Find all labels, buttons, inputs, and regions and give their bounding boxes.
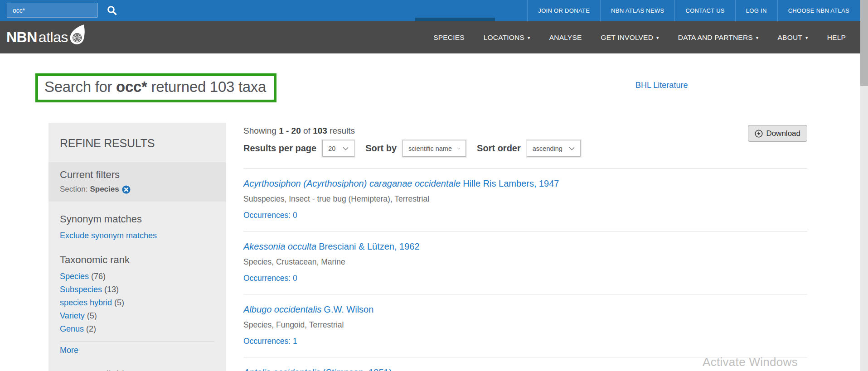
- author-citation: G.W. Wilson: [324, 304, 373, 314]
- activate-windows-watermark: Activate Windows: [703, 355, 798, 369]
- more-ranks-link[interactable]: More: [60, 346, 78, 355]
- showing-summary: Showing 1 - 20 of 103 results: [243, 126, 807, 136]
- menu-item-contact-us[interactable]: CONTACT US: [674, 0, 735, 21]
- author-citation: Bresciani & Lützen, 1962: [319, 241, 419, 251]
- sort-order-label: Sort order: [477, 143, 521, 154]
- top-utility-bar: JOIN OR DONATE NBN ATLAS NEWS CONTACT US…: [0, 0, 868, 21]
- sidebar-facets: Synonym matches Exclude synonym matches …: [48, 202, 226, 371]
- showing-total: 103: [313, 126, 327, 135]
- taxon-link[interactable]: Acyrthosiphon (Acyrthosiphon) caraganae …: [243, 178, 559, 189]
- logo-text-atlas: atlas: [39, 29, 68, 46]
- result-item: Acyrthosiphon (Acyrthosiphon) caraganae …: [243, 168, 807, 231]
- nav-active-indicator: [415, 18, 495, 21]
- rank-filter-subspecies: Subspecies (13): [60, 283, 214, 296]
- rank-count: (13): [102, 285, 119, 294]
- vertical-scrollbar[interactable]: [860, 0, 868, 371]
- download-button[interactable]: Download: [748, 125, 807, 142]
- menu-item-log-in[interactable]: LOG IN: [735, 0, 777, 21]
- nbn-atlas-search-page: JOIN OR DONATE NBN ATLAS NEWS CONTACT US…: [0, 0, 868, 371]
- rank-count: (2): [84, 324, 96, 333]
- rank-filter-genus: Genus (2): [60, 323, 214, 336]
- sort-by-select[interactable]: scientific name: [402, 140, 466, 157]
- chevron-down-icon: ▾: [805, 35, 808, 41]
- exclude-synonym-matches-link[interactable]: Exclude synonym matches: [60, 231, 157, 241]
- chevron-down-icon: [343, 147, 349, 150]
- filter-value: Species: [90, 185, 119, 194]
- rank-count: (5): [85, 311, 97, 320]
- remove-filter-icon[interactable]: [122, 185, 131, 194]
- nbn-atlas-logo[interactable]: NBNatlas: [6, 28, 87, 47]
- nav-item-species[interactable]: SPECIES: [424, 21, 474, 53]
- search-button[interactable]: [106, 5, 118, 17]
- result-item: Akessonia occultaBresciani & Lützen, 196…: [243, 231, 807, 294]
- scientific-name: Acyrthosiphon (Acyrthosiphon) caraganae …: [243, 178, 461, 188]
- results-per-page-select[interactable]: 20: [322, 140, 354, 157]
- nav-item-locations[interactable]: LOCATIONS▾: [474, 21, 540, 53]
- scientific-name: Albugo occidentalis: [243, 304, 321, 314]
- scientific-name: Antalis occidentalis: [243, 367, 320, 371]
- search-term: occ*: [116, 78, 147, 95]
- utility-menu: JOIN OR DONATE NBN ATLAS NEWS CONTACT US…: [527, 0, 860, 21]
- rank-count: (76): [89, 272, 106, 281]
- menu-item-join-or-donate[interactable]: JOIN OR DONATE: [527, 0, 600, 21]
- sidebar-title: REFINE RESULTS: [48, 123, 226, 162]
- menu-item-choose-nbn-atlas[interactable]: CHOOSE NBN ATLAS: [777, 0, 860, 21]
- primary-nav-bar: NBNatlas SPECIES LOCATIONS▾ ANALYSE GET …: [0, 21, 868, 53]
- nav-item-get-involved[interactable]: GET INVOLVED▾: [592, 21, 669, 53]
- sort-order-select[interactable]: ascending: [527, 140, 581, 157]
- results-main: Showing 1 - 20 of 103 results Results pe…: [243, 126, 807, 371]
- occurrences-link[interactable]: Occurrences: 1: [243, 337, 807, 346]
- chevron-down-icon: ▾: [528, 35, 530, 41]
- synonym-matches-heading: Synonym matches: [60, 213, 214, 225]
- leaf-spiral-icon: [68, 28, 87, 47]
- bhl-literature-link[interactable]: BHL Literature: [635, 81, 688, 90]
- nav-item-about[interactable]: ABOUT▾: [768, 21, 818, 53]
- primary-nav-items: SPECIES LOCATIONS▾ ANALYSE GET INVOLVED▾…: [424, 21, 855, 53]
- taxon-meta: Subspecies, Insect - true bug (Hemiptera…: [243, 194, 807, 204]
- taxon-meta: Species, Fungoid, Terrestrial: [243, 320, 807, 330]
- occurrences-link[interactable]: Occurrences: 0: [243, 211, 807, 220]
- search-icon: [107, 10, 117, 17]
- taxonomic-rank-list: Species (76) Subspecies (13) species hyb…: [60, 270, 214, 336]
- sort-by-label: Sort by: [365, 143, 397, 154]
- rank-filter-species: Species (76): [60, 270, 214, 283]
- author-citation: Hille Ris Lambers, 1947: [463, 178, 559, 188]
- author-citation: (Stimpson, 1851): [323, 367, 392, 371]
- search-input[interactable]: [7, 3, 98, 18]
- rank-count: (5): [112, 298, 124, 307]
- chevron-down-icon: [569, 147, 575, 150]
- page-title: Search for occ* returned 103 taxa: [44, 78, 266, 96]
- download-icon: [755, 130, 763, 138]
- rank-filter-species-hybrid: species hybrid (5): [60, 296, 214, 309]
- scrollbar-thumb[interactable]: [860, 0, 868, 86]
- nav-item-help[interactable]: HELP: [818, 21, 855, 53]
- rank-filter-variety: Variety (5): [60, 309, 214, 323]
- menu-item-nbn-atlas-news[interactable]: NBN ATLAS NEWS: [600, 0, 674, 21]
- taxon-link[interactable]: Akessonia occultaBresciani & Lützen, 196…: [243, 241, 420, 252]
- taxon-link[interactable]: Antalis occidentalis(Stimpson, 1851): [243, 367, 392, 371]
- nav-item-data-and-partners[interactable]: DATA AND PARTNERS▾: [669, 21, 768, 53]
- current-filters-section: Current filters Section: Species: [48, 162, 226, 202]
- sidebar-divider: [60, 341, 214, 342]
- results-per-page-label: Results per page: [243, 143, 316, 154]
- current-filters-heading: Current filters: [60, 169, 214, 181]
- result-item: Albugo occidentalisG.W. Wilson Species, …: [243, 294, 807, 357]
- nav-item-analyse[interactable]: ANALYSE: [540, 21, 592, 53]
- scientific-name: Akessonia occulta: [243, 241, 316, 251]
- chevron-down-icon: ▾: [756, 35, 759, 41]
- search-result-heading-box: Search for occ* returned 103 taxa: [35, 73, 276, 102]
- refine-results-sidebar: REFINE RESULTS Current filters Section: …: [48, 123, 226, 371]
- occurrences-link[interactable]: Occurrences: 0: [243, 274, 807, 283]
- showing-range: 1 - 20: [279, 126, 301, 135]
- chevron-down-icon: ▾: [656, 35, 659, 41]
- logo-text-nbn: NBN: [6, 29, 37, 46]
- active-filter-section-species: Section: Species: [60, 185, 214, 194]
- taxon-link[interactable]: Albugo occidentalisG.W. Wilson: [243, 304, 373, 315]
- results-controls: Results per page 20 Sort by scientific n…: [243, 140, 807, 157]
- image-available-heading: Image available: [60, 369, 214, 371]
- taxonomic-rank-heading: Taxonomic rank: [60, 254, 214, 266]
- taxon-meta: Species, Crustacean, Marine: [243, 257, 807, 267]
- results-list: Acyrthosiphon (Acyrthosiphon) caraganae …: [243, 168, 807, 371]
- chevron-down-icon: [457, 147, 460, 150]
